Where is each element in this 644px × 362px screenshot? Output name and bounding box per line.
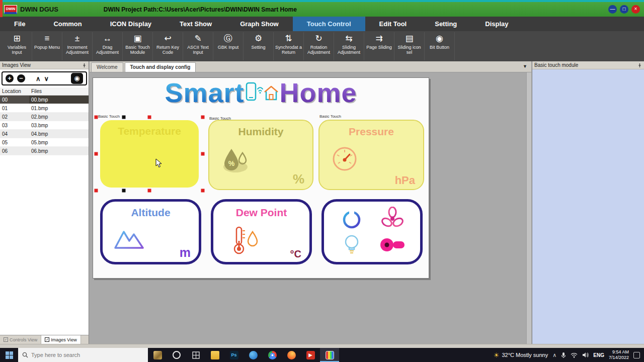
menu-item-setting[interactable]: Setting <box>421 17 471 31</box>
file-cell: 06.bmp <box>29 147 89 155</box>
menu-item-edit-tool[interactable]: Edit Tool <box>365 17 421 31</box>
remove-dropdown-icon[interactable]: ▾ <box>23 76 25 81</box>
tool-label: ASCII Text Input <box>183 45 213 55</box>
pin-icon[interactable] <box>637 63 642 68</box>
minimize-button[interactable]: — <box>608 5 617 14</box>
maximize-button[interactable]: □ <box>620 5 628 14</box>
rotation-adjustment-icon: ↻ <box>315 34 322 45</box>
image-row-06[interactable]: 0606.bmp <box>0 147 89 155</box>
file-cell: 00.bmp <box>29 96 89 104</box>
action-center-icon[interactable] <box>633 352 640 358</box>
move-down-button[interactable]: ∨ <box>44 75 49 82</box>
weather-text: 32°C Mostly sunny <box>502 352 548 358</box>
dew-point-card[interactable]: Dew Point °C <box>211 199 312 264</box>
tab-touch-display-config[interactable]: Touch and display config <box>125 62 196 72</box>
menu-item-graph-show[interactable]: Graph Show <box>226 17 293 31</box>
files-column-header[interactable]: Files <box>29 87 89 96</box>
menu-item-file[interactable]: File <box>0 17 39 31</box>
task-view-icon[interactable] <box>186 348 205 362</box>
sliding-adjustment-icon: ⇆ <box>345 34 352 45</box>
language-indicator[interactable]: ENG <box>593 352 604 358</box>
tool-label: Basic Touch Module <box>123 45 152 55</box>
bit-button-button[interactable]: ◉Bit Button <box>425 32 455 60</box>
speaker-icon[interactable] <box>582 352 589 358</box>
sliding-adjustment-button[interactable]: ⇆Sliding Adjustment <box>334 32 364 60</box>
add-image-button[interactable]: + <box>6 74 14 82</box>
pressure-card[interactable]: Pressure hPa <box>318 120 424 190</box>
tray-expand-icon[interactable]: ∧ <box>552 352 556 358</box>
blue-app-icon[interactable] <box>244 348 263 362</box>
location-cell: 03 <box>0 121 29 130</box>
menu-item-text-show[interactable]: Text Show <box>166 17 226 31</box>
image-row-03[interactable]: 0303.bmp <box>0 121 89 130</box>
synchrodata-return-button[interactable]: ⇅Synchrodat a Return <box>274 32 304 60</box>
return-key-code-button[interactable]: ↩Return Key Code <box>153 32 183 60</box>
title-home: Home <box>280 77 357 108</box>
altitude-card[interactable]: Altitude m <box>100 199 201 264</box>
location-column-header[interactable]: Location <box>0 87 29 96</box>
increment-adjustment-button[interactable]: ±Increment Adjustment <box>62 32 93 60</box>
start-button[interactable] <box>0 348 18 362</box>
basic-touch-module-button[interactable]: ▣Basic Touch Module <box>123 32 153 60</box>
menu-item-common[interactable]: Common <box>39 17 96 31</box>
locate-image-button[interactable]: ◉ <box>71 73 83 84</box>
variables-input-button[interactable]: ⊞Variables Input <box>2 32 32 60</box>
application-window: DWIN DWIN DGUS DWIN Project Path:C:\User… <box>0 0 644 362</box>
widget-thumbnail-icon[interactable] <box>148 348 167 362</box>
fan-icon <box>380 207 405 231</box>
firefox-icon[interactable] <box>282 348 301 362</box>
gbk-input-icon: Ⓖ <box>224 34 232 45</box>
document-area: Welcome Touch and display config ▼ Smart… <box>90 61 531 344</box>
controls-view-tab[interactable]: ✓Controls View <box>0 335 41 344</box>
file-explorer-icon[interactable] <box>205 348 224 362</box>
panel-bottom-tabs: ✓Controls View ✓Images View <box>0 335 89 344</box>
image-row-02[interactable]: 0202.bmp <box>0 113 89 121</box>
vertical-scrollbar[interactable] <box>526 72 531 344</box>
design-canvas[interactable]: Smart Home Basic Touch Basic Touch Basic… <box>93 77 429 279</box>
temperature-card[interactable]: Temperature <box>100 120 199 188</box>
touch-control-toolbar: ⊞Variables Input ≡Popup Menu ±Increment … <box>0 31 644 61</box>
search-input[interactable] <box>31 352 132 358</box>
status-strip <box>0 344 644 348</box>
pressure-label: Pressure <box>319 121 423 138</box>
menu-item-icon-display[interactable]: ICON Display <box>96 17 166 31</box>
sliding-icon-sel-button[interactable]: ▤Sliding icon sel <box>394 32 425 60</box>
chrome-icon[interactable] <box>263 348 282 362</box>
tool-label: Drag Adjustment <box>93 45 122 55</box>
devices-card[interactable] <box>321 199 423 264</box>
gbk-input-button[interactable]: ⒼGBK Input <box>213 32 244 60</box>
ascii-text-input-button[interactable]: ✎ASCII Text Input <box>183 32 213 60</box>
photoshop-icon[interactable]: Ps <box>224 348 244 362</box>
dwin-app-taskbar-icon[interactable] <box>320 348 339 362</box>
move-up-button[interactable]: ∧ <box>36 75 41 82</box>
cortana-icon[interactable] <box>167 348 186 362</box>
close-button[interactable]: × <box>631 5 640 14</box>
humidity-card[interactable]: Humidity % % <box>208 120 313 190</box>
rotation-adjustment-button[interactable]: ↻Rotation Adjustment <box>304 32 334 60</box>
variables-input-icon: ⊞ <box>13 34 20 45</box>
taskbar-clock[interactable]: 9:54 AM 7/14/2022 <box>609 349 629 361</box>
tab-list-dropdown-icon[interactable]: ▼ <box>523 64 527 69</box>
location-cell: 05 <box>0 138 29 147</box>
setting-button[interactable]: ⚙Setting <box>244 32 274 60</box>
network-icon[interactable] <box>571 352 578 358</box>
pin-icon[interactable] <box>82 63 87 68</box>
dew-point-label: Dew Point <box>213 202 309 219</box>
page-sliding-button[interactable]: ⇉Page Sliding <box>364 32 394 60</box>
weather-widget[interactable]: ☀ 32°C Mostly sunny <box>494 351 548 359</box>
image-row-04[interactable]: 0404.bmp <box>0 130 89 138</box>
red-app-icon[interactable]: ▶ <box>301 348 320 362</box>
drag-adjustment-button[interactable]: ↔Drag Adjustment <box>93 32 123 60</box>
popup-menu-button[interactable]: ≡Popup Menu <box>32 32 62 60</box>
menu-item-display[interactable]: Display <box>471 17 522 31</box>
basic-touch-module-icon: ▣ <box>133 34 141 45</box>
menu-item-touch-control[interactable]: Touch Control <box>293 17 365 31</box>
ascii-text-input-icon: ✎ <box>194 34 201 45</box>
images-view-tab[interactable]: ✓Images View <box>41 335 80 344</box>
image-row-01[interactable]: 0101.bmp <box>0 104 89 113</box>
taskbar-search[interactable] <box>18 348 148 362</box>
tab-welcome[interactable]: Welcome <box>91 62 123 72</box>
image-row-00[interactable]: 0000.bmp <box>0 96 89 104</box>
microphone-icon[interactable] <box>561 352 566 358</box>
image-row-05[interactable]: 0505.bmp <box>0 138 89 147</box>
